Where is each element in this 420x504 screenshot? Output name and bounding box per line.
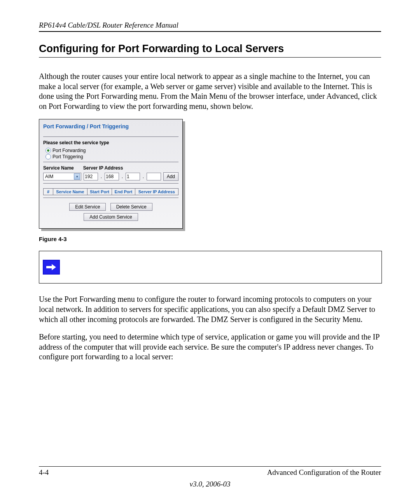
footer-divider (39, 466, 381, 467)
col-server-ip: Server IP Address (135, 189, 178, 195)
service-type-label: Please select the service type (43, 140, 178, 145)
select-value: AIM (45, 174, 53, 179)
col-index: # (44, 189, 53, 195)
ip-octet-3[interactable]: 1 (126, 173, 140, 180)
router-panel: Port Forwarding / Port Triggering Please… (39, 119, 183, 229)
col-end-port: End Port (112, 189, 135, 195)
radio-icon (46, 154, 51, 159)
chapter-name: Advanced Configuration of the Router (267, 468, 381, 477)
service-name-header: Service Name (43, 165, 74, 171)
radio-icon (46, 148, 51, 153)
section-title: Configuring for Port Forwarding to Local… (39, 43, 381, 55)
server-ip-header: Server IP Address (83, 165, 123, 171)
figure-caption: Figure 4-3 (39, 236, 381, 242)
chevron-down-icon: ▾ (74, 173, 80, 180)
add-button[interactable]: Add (163, 172, 178, 181)
note-box (39, 251, 382, 284)
edit-service-button[interactable]: Edit Service (69, 203, 106, 211)
header-divider (39, 31, 381, 32)
radio-port-forwarding[interactable]: Port Forwarding (43, 148, 178, 153)
add-custom-service-button[interactable]: Add Custom Service (84, 213, 138, 221)
paragraph-usage: Use the Port Forwarding menu to configur… (39, 294, 381, 324)
delete-service-button[interactable]: Delete Service (110, 203, 152, 211)
paragraph-before-starting: Before starting, you need to determine w… (39, 332, 381, 362)
ip-octet-1[interactable]: 192 (84, 173, 98, 180)
col-start-port: Start Port (87, 189, 112, 195)
col-service-name: Service Name (53, 189, 88, 195)
ip-octet-4[interactable] (147, 173, 161, 180)
panel-divider-4 (43, 198, 178, 198)
panel-divider-3 (43, 183, 178, 184)
radio-label: Port Forwarding (52, 148, 86, 153)
panel-divider-1 (43, 136, 178, 137)
service-name-select[interactable]: AIM ▾ (43, 173, 81, 180)
radio-port-triggering[interactable]: Port Triggering (43, 154, 178, 159)
intro-paragraph: Although the router causes your entire l… (39, 72, 381, 111)
service-table: # Service Name Start Port End Port Serve… (43, 188, 178, 195)
doc-version: v3.0, 2006-03 (39, 480, 381, 488)
radio-label: Port Triggering (52, 154, 83, 159)
page-number: 4-4 (39, 468, 49, 477)
arrow-right-icon (43, 260, 60, 275)
ip-octet-2[interactable]: 168 (105, 173, 119, 180)
title-underline (39, 57, 381, 58)
running-header: RP614v4 Cable/DSL Router Reference Manua… (39, 21, 381, 30)
panel-divider-2 (43, 162, 178, 162)
panel-title: Port Forwarding / Port Triggering (43, 123, 178, 130)
